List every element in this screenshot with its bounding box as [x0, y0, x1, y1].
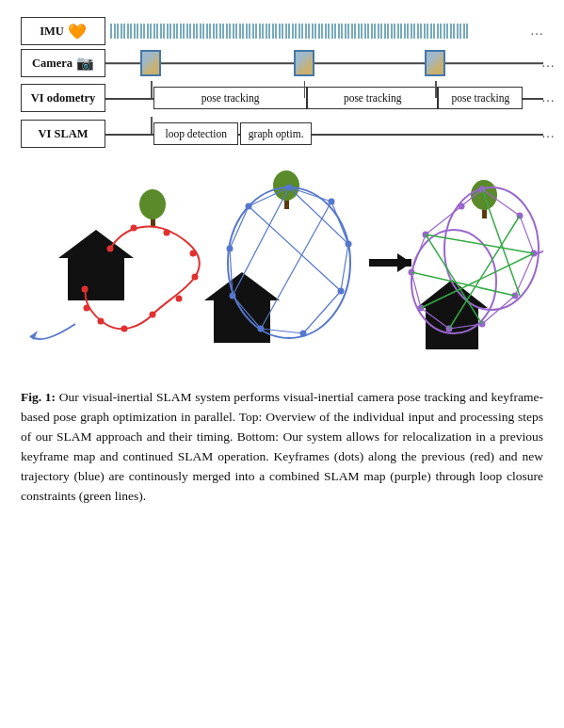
svg-point-14 [84, 305, 90, 312]
svg-point-10 [176, 296, 183, 302]
imu-icon: 🧡 [68, 23, 87, 40]
vi-slam-text: VI SLAM [38, 127, 88, 141]
vi-odo-dots: … [541, 90, 555, 105]
svg-line-38 [230, 206, 249, 249]
svg-marker-45 [397, 253, 411, 272]
svg-line-62 [520, 216, 534, 253]
graph-optim-box: graph optim. [240, 122, 312, 145]
svg-marker-19 [204, 272, 280, 300]
pose-box-2: pose tracking [307, 87, 439, 109]
imu-row: IMU 🧡 [21, 17, 543, 45]
camera-label: Camera 📷 [21, 49, 105, 77]
svg-rect-4 [89, 280, 104, 300]
svg-rect-21 [234, 322, 250, 343]
diagram-section: IMU 🧡 [21, 17, 543, 151]
green-constraint-1 [482, 189, 520, 296]
camera-dots: … [541, 56, 555, 71]
svg-point-12 [121, 326, 128, 332]
svg-point-5 [107, 246, 114, 252]
caption: Fig. 1: Our visual-inertial SLAM system … [21, 388, 543, 507]
imu-track: … [105, 17, 543, 45]
svg-point-8 [190, 251, 197, 257]
vi-slam-row: VI SLAM loop detection graph optim. … [21, 117, 543, 151]
svg-point-13 [98, 318, 105, 325]
vi-slam-label: VI SLAM [21, 120, 105, 148]
vi-slam-track: loop detection graph optim. … [105, 117, 543, 151]
svg-point-9 [192, 274, 199, 281]
tree-left [139, 189, 166, 227]
illustration-section [21, 164, 543, 375]
pose-box-1: pose tracking [153, 87, 307, 109]
svg-line-43 [249, 206, 341, 291]
svg-line-41 [233, 187, 289, 296]
loop-detection-box: loop detection [153, 122, 238, 145]
svg-point-18 [273, 170, 299, 201]
vi-odo-track: pose tracking pose tracking pose trackin… [105, 81, 543, 115]
camera-row: Camera 📷 … [21, 47, 543, 79]
camera-text: Camera [32, 57, 73, 71]
svg-line-71 [426, 235, 534, 253]
imu-dots: … [530, 24, 543, 39]
illustration-svg [21, 164, 543, 371]
vi-slam-dots: … [541, 126, 555, 141]
svg-line-68 [411, 235, 426, 272]
svg-point-6 [131, 225, 137, 232]
green-constraint-2 [449, 216, 520, 329]
camera-track: … [105, 47, 543, 79]
tree-right [471, 180, 497, 218]
house-left [58, 230, 134, 300]
vi-odo-row: VI odometry pose tracking pose tracking [21, 81, 543, 115]
vi-slam-box: VI SLAM [21, 120, 105, 148]
house-right [416, 280, 488, 349]
vi-odo-text: VI odometry [31, 91, 95, 105]
camera-box: Camera 📷 [21, 49, 105, 77]
svg-line-32 [331, 202, 348, 244]
caption-text: Our visual-inertial SLAM system performs… [21, 390, 543, 503]
imu-box: IMU 🧡 [21, 17, 105, 45]
caption-label: Fig. 1: [21, 390, 56, 404]
vi-odo-label: VI odometry [21, 84, 105, 112]
blue-trajectory [228, 187, 350, 338]
imu-label: IMU 🧡 [21, 17, 105, 45]
svg-point-15 [82, 286, 89, 293]
pose-box-3: pose tracking [438, 87, 523, 109]
camera-icon: 📷 [76, 55, 94, 72]
svg-point-11 [150, 312, 156, 318]
svg-point-7 [164, 230, 170, 236]
vi-odo-box: VI odometry [21, 84, 105, 112]
imu-text: IMU [40, 24, 64, 39]
svg-point-1 [139, 189, 166, 219]
